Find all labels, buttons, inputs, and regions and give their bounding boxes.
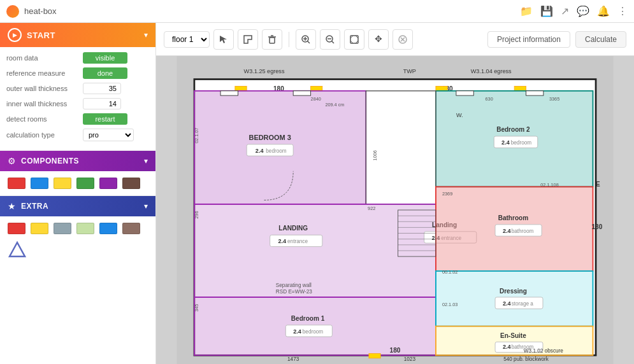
room-data-btn[interactable]: visible xyxy=(83,52,127,64)
inner-wall-label: inner wall thickness xyxy=(6,100,83,108)
svg-text:2840: 2840 xyxy=(311,96,321,102)
reference-measure-btn[interactable]: done xyxy=(83,67,127,79)
components-label: COMPONENTS xyxy=(21,157,144,165)
extra-swatch-red[interactable] xyxy=(8,223,25,234)
detect-rooms-btn[interactable]: restart xyxy=(83,113,127,125)
triangle-tool[interactable] xyxy=(8,239,27,258)
outer-wall-input[interactable] xyxy=(83,83,121,94)
svg-rect-1 xyxy=(270,38,275,43)
svg-text:En-Suite: En-Suite xyxy=(500,332,526,339)
svg-text:1023: 1023 xyxy=(404,356,416,362)
delete-tool-btn[interactable] xyxy=(262,29,282,50)
svg-text:1006: 1006 xyxy=(372,150,378,160)
project-info-btn[interactable]: Project information xyxy=(487,31,570,48)
floorplan-area: floor 1 floor 2 floor 3 xyxy=(156,23,634,364)
svg-text:W3.1.25 egress: W3.1.25 egress xyxy=(244,68,285,74)
svg-line-9 xyxy=(332,41,335,43)
svg-rect-103 xyxy=(293,91,310,95)
calc-type-row: calculation type pro standard xyxy=(6,129,149,141)
floorplan-canvas[interactable]: W3.1.25 egress TWP W3.1.04 egress 180 18… xyxy=(156,56,634,364)
start-header[interactable]: START ▾ xyxy=(0,23,155,47)
extra-header[interactable]: ★ EXTRA ▾ xyxy=(0,196,155,216)
svg-text:1473: 1473 xyxy=(287,356,299,362)
svg-rect-29 xyxy=(436,86,447,90)
svg-text:storage a: storage a xyxy=(512,301,534,307)
svg-text:bedroom: bedroom xyxy=(303,329,324,335)
swatch-green[interactable] xyxy=(76,178,94,189)
svg-text:W.: W. xyxy=(456,112,463,118)
svg-text:00.1.02: 00.1.02 xyxy=(442,269,457,275)
zoom-out-btn[interactable] xyxy=(320,29,340,50)
cursor-tool-btn[interactable] xyxy=(213,29,234,50)
notification-icon[interactable]: 🔔 xyxy=(597,5,610,17)
swatch-brown[interactable] xyxy=(122,178,140,189)
components-section: ⚙ COMPONENTS ▾ xyxy=(0,150,155,195)
svg-text:Bedroom 1: Bedroom 1 xyxy=(291,315,325,322)
inner-wall-row: inner wall thickness xyxy=(6,98,149,109)
svg-text:2.4: 2.4 xyxy=(278,238,287,244)
extra-swatch-gray[interactable] xyxy=(54,223,71,234)
svg-text:296: 296 xyxy=(194,211,199,219)
svg-rect-79 xyxy=(369,354,380,358)
svg-text:209.4 cm: 209.4 cm xyxy=(325,102,344,108)
svg-text:3365: 3365 xyxy=(549,96,559,102)
swatch-blue[interactable] xyxy=(31,178,48,189)
swatch-red[interactable] xyxy=(8,178,25,189)
svg-text:922: 922 xyxy=(368,206,375,211)
app-title: heat-box xyxy=(24,6,57,16)
svg-text:Bathroom: Bathroom xyxy=(498,214,528,221)
svg-text:345: 345 xyxy=(194,304,199,312)
floor-select[interactable]: floor 1 floor 2 floor 3 xyxy=(164,31,210,48)
floorplan-svg: W3.1.25 egress TWP W3.1.04 egress 180 18… xyxy=(156,56,634,364)
app-logo xyxy=(6,5,19,18)
chat-icon[interactable]: 💬 xyxy=(577,5,589,17)
extra-icon: ★ xyxy=(8,201,16,211)
main-layout: START ▾ room data visible reference meas… xyxy=(0,23,634,364)
svg-text:2.4: 2.4 xyxy=(293,328,302,335)
components-header[interactable]: ⚙ COMPONENTS ▾ xyxy=(0,151,155,171)
room-data-row: room data visible xyxy=(6,52,149,64)
svg-text:180: 180 xyxy=(592,223,603,230)
svg-text:✥: ✥ xyxy=(375,34,382,44)
svg-text:630: 630 xyxy=(486,96,493,102)
fit-screen-btn[interactable] xyxy=(344,29,364,50)
swatch-yellow[interactable] xyxy=(54,178,71,189)
svg-text:bathroom: bathroom xyxy=(512,228,534,234)
folder-icon[interactable]: 📁 xyxy=(520,5,533,17)
start-label: START xyxy=(27,31,144,40)
share-icon[interactable]: ↗ xyxy=(561,5,569,17)
svg-text:02.1.108: 02.1.108 xyxy=(540,182,558,188)
outer-wall-label: outer wall thickness xyxy=(6,85,83,92)
svg-text:entrance: entrance xyxy=(287,239,308,244)
svg-rect-102 xyxy=(220,91,238,95)
extra-swatch-yellow[interactable] xyxy=(31,223,48,234)
svg-text:bedroom: bedroom xyxy=(266,148,287,154)
svg-text:RSD E=WW-23: RSD E=WW-23 xyxy=(276,289,312,295)
outer-wall-row: outer wall thickness xyxy=(6,83,149,94)
extra-swatch-lightgreen[interactable] xyxy=(76,223,94,234)
calculate-btn[interactable]: Calculate xyxy=(575,31,626,48)
detect-rooms-row: detect rooms restart xyxy=(6,113,149,125)
start-icon xyxy=(8,28,22,42)
extra-body xyxy=(0,216,155,265)
extra-swatch-brown[interactable] xyxy=(122,223,140,234)
svg-rect-105 xyxy=(526,91,543,95)
inner-wall-input[interactable] xyxy=(83,98,121,109)
calc-type-select[interactable]: pro standard xyxy=(83,129,134,141)
components-swatches xyxy=(0,171,155,195)
svg-line-5 xyxy=(308,41,310,43)
swatch-purple[interactable] xyxy=(99,178,117,189)
more-icon[interactable]: ⋮ xyxy=(617,5,628,17)
close-btn[interactable] xyxy=(393,29,413,50)
detect-rooms-label: detect rooms xyxy=(6,115,83,123)
components-icon: ⚙ xyxy=(8,156,16,166)
save-icon[interactable]: 💾 xyxy=(540,5,553,17)
move-btn[interactable]: ✥ xyxy=(368,29,389,50)
svg-rect-27 xyxy=(235,86,247,90)
topbar-left: heat-box xyxy=(6,5,57,18)
start-chevron: ▾ xyxy=(144,31,148,39)
draw-tool-btn[interactable] xyxy=(238,29,258,50)
zoom-in-btn[interactable] xyxy=(296,29,316,50)
extra-swatch-blue[interactable] xyxy=(99,223,117,234)
calc-type-label: calculation type xyxy=(6,131,83,139)
